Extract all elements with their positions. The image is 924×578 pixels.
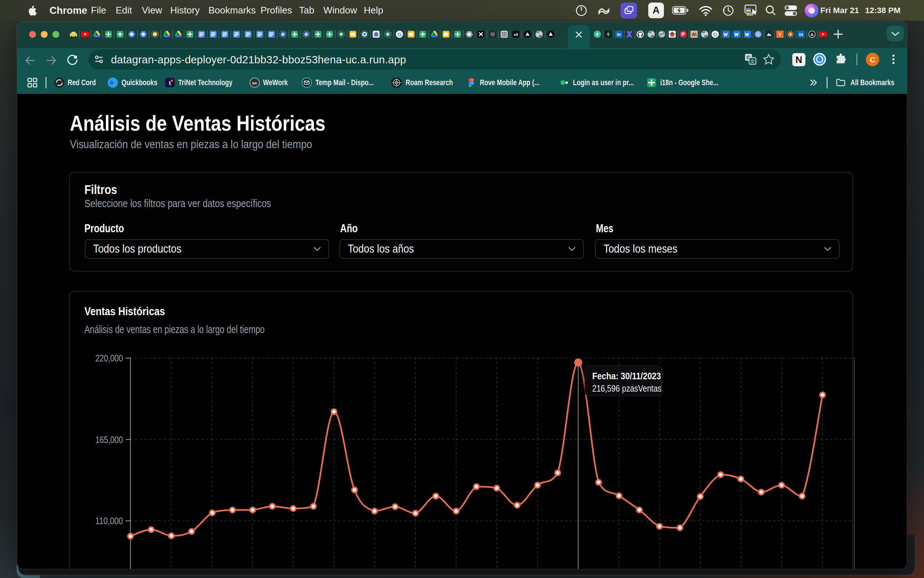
svg-text:Y: Y (790, 33, 791, 36)
svg-text:165,000: 165,000 (95, 435, 123, 445)
svg-text:文: 文 (750, 58, 755, 64)
svg-text:Y: Y (778, 32, 782, 37)
svg-text:A: A (811, 32, 813, 37)
svg-text:G: G (397, 31, 401, 37)
svg-text:t: t (169, 80, 171, 86)
svg-text:v0: v0 (514, 32, 518, 37)
svg-text:in: in (799, 32, 803, 37)
svg-text:G: G (713, 31, 717, 37)
svg-text:P: P (681, 31, 685, 37)
svg-text:220,000: 220,000 (95, 353, 123, 363)
svg-text:110,000: 110,000 (95, 516, 123, 526)
svg-text:A\: A\ (692, 32, 697, 37)
svg-text:in: in (617, 32, 621, 37)
svg-text:we: we (252, 81, 257, 85)
